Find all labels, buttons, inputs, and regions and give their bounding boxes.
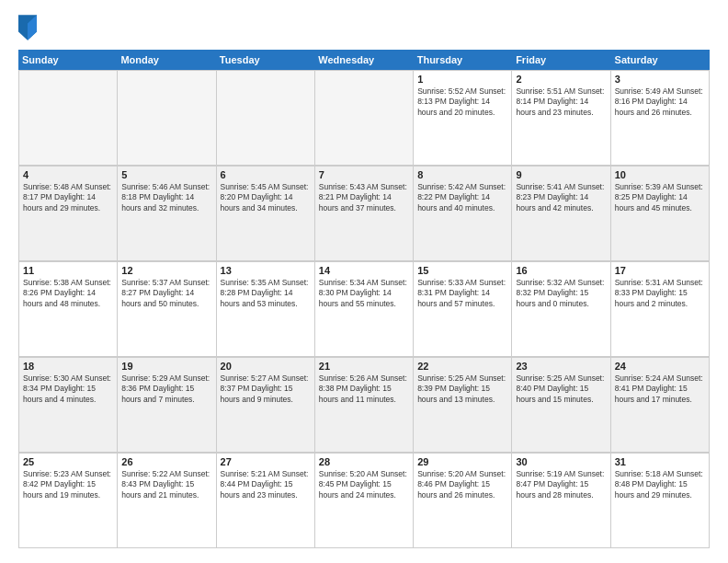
day-header-friday: Friday <box>512 50 610 70</box>
day-header-sunday: Sunday <box>18 50 117 70</box>
cell-info: Sunrise: 5:27 AM Sunset: 8:37 PM Dayligh… <box>221 373 311 405</box>
cal-cell: 24Sunrise: 5:24 AM Sunset: 8:41 PM Dayli… <box>611 358 710 453</box>
day-number: 20 <box>221 361 311 372</box>
calendar-body: 1Sunrise: 5:52 AM Sunset: 8:13 PM Daylig… <box>18 70 710 548</box>
cal-cell <box>217 71 315 166</box>
cal-cell <box>315 71 414 166</box>
cell-info: Sunrise: 5:49 AM Sunset: 8:16 PM Dayligh… <box>615 86 705 118</box>
cal-cell: 10Sunrise: 5:39 AM Sunset: 8:25 PM Dayli… <box>611 167 710 261</box>
cell-info: Sunrise: 5:38 AM Sunset: 8:26 PM Dayligh… <box>23 278 113 309</box>
cal-cell: 13Sunrise: 5:35 AM Sunset: 8:28 PM Dayli… <box>217 262 315 357</box>
cell-info: Sunrise: 5:32 AM Sunset: 8:32 PM Dayligh… <box>516 278 606 309</box>
cell-info: Sunrise: 5:20 AM Sunset: 8:46 PM Dayligh… <box>417 469 507 500</box>
day-number: 16 <box>516 265 606 276</box>
cal-cell: 25Sunrise: 5:23 AM Sunset: 8:42 PM Dayli… <box>19 454 118 548</box>
cell-info: Sunrise: 5:39 AM Sunset: 8:25 PM Dayligh… <box>615 182 705 213</box>
cell-info: Sunrise: 5:18 AM Sunset: 8:48 PM Dayligh… <box>615 469 705 500</box>
day-number: 24 <box>615 361 705 372</box>
week-row-2: 4Sunrise: 5:48 AM Sunset: 8:17 PM Daylig… <box>18 166 710 261</box>
cal-cell: 8Sunrise: 5:42 AM Sunset: 8:22 PM Daylig… <box>414 167 512 261</box>
cell-info: Sunrise: 5:48 AM Sunset: 8:17 PM Dayligh… <box>23 182 113 213</box>
cell-info: Sunrise: 5:33 AM Sunset: 8:31 PM Dayligh… <box>417 278 507 309</box>
logo <box>18 15 40 40</box>
day-header-thursday: Thursday <box>414 50 512 70</box>
cal-cell: 4Sunrise: 5:48 AM Sunset: 8:17 PM Daylig… <box>19 167 118 261</box>
cell-info: Sunrise: 5:42 AM Sunset: 8:22 PM Dayligh… <box>417 182 507 213</box>
day-number: 29 <box>417 456 507 467</box>
cal-cell: 7Sunrise: 5:43 AM Sunset: 8:21 PM Daylig… <box>315 167 414 261</box>
day-number: 21 <box>319 361 409 372</box>
day-number: 8 <box>417 169 507 180</box>
cal-cell: 31Sunrise: 5:18 AM Sunset: 8:48 PM Dayli… <box>611 454 710 548</box>
cal-cell <box>19 71 118 166</box>
cal-cell: 26Sunrise: 5:22 AM Sunset: 8:43 PM Dayli… <box>118 454 216 548</box>
cell-info: Sunrise: 5:19 AM Sunset: 8:47 PM Dayligh… <box>516 469 606 500</box>
day-number: 31 <box>615 456 705 467</box>
logo-icon <box>18 15 37 40</box>
cal-cell: 11Sunrise: 5:38 AM Sunset: 8:26 PM Dayli… <box>19 262 118 357</box>
cal-cell: 19Sunrise: 5:29 AM Sunset: 8:36 PM Dayli… <box>118 358 216 453</box>
day-number: 11 <box>23 265 113 276</box>
week-row-4: 18Sunrise: 5:30 AM Sunset: 8:34 PM Dayli… <box>18 357 710 453</box>
cal-cell: 14Sunrise: 5:34 AM Sunset: 8:30 PM Dayli… <box>315 262 414 357</box>
cell-info: Sunrise: 5:24 AM Sunset: 8:41 PM Dayligh… <box>615 373 705 405</box>
cell-info: Sunrise: 5:52 AM Sunset: 8:13 PM Dayligh… <box>417 86 507 118</box>
cal-cell: 5Sunrise: 5:46 AM Sunset: 8:18 PM Daylig… <box>118 167 216 261</box>
day-number: 13 <box>221 265 311 276</box>
cal-cell: 12Sunrise: 5:37 AM Sunset: 8:27 PM Dayli… <box>118 262 216 357</box>
week-row-1: 1Sunrise: 5:52 AM Sunset: 8:13 PM Daylig… <box>18 70 710 166</box>
cal-cell: 3Sunrise: 5:49 AM Sunset: 8:16 PM Daylig… <box>611 71 710 166</box>
cal-cell: 2Sunrise: 5:51 AM Sunset: 8:14 PM Daylig… <box>512 71 610 166</box>
cal-cell: 15Sunrise: 5:33 AM Sunset: 8:31 PM Dayli… <box>414 262 512 357</box>
day-number: 30 <box>516 456 606 467</box>
cal-cell: 28Sunrise: 5:20 AM Sunset: 8:45 PM Dayli… <box>315 454 414 548</box>
day-number: 12 <box>121 265 211 276</box>
day-header-tuesday: Tuesday <box>216 50 314 70</box>
day-number: 9 <box>516 169 606 180</box>
week-row-3: 11Sunrise: 5:38 AM Sunset: 8:26 PM Dayli… <box>18 261 710 357</box>
cal-cell: 29Sunrise: 5:20 AM Sunset: 8:46 PM Dayli… <box>414 454 512 548</box>
day-number: 7 <box>319 169 409 180</box>
day-number: 6 <box>221 169 311 180</box>
cal-cell: 22Sunrise: 5:25 AM Sunset: 8:39 PM Dayli… <box>414 358 512 453</box>
week-row-5: 25Sunrise: 5:23 AM Sunset: 8:42 PM Dayli… <box>18 453 710 548</box>
day-number: 28 <box>319 456 409 467</box>
cell-info: Sunrise: 5:23 AM Sunset: 8:42 PM Dayligh… <box>23 469 113 500</box>
cell-info: Sunrise: 5:22 AM Sunset: 8:43 PM Dayligh… <box>121 469 211 500</box>
cell-info: Sunrise: 5:29 AM Sunset: 8:36 PM Dayligh… <box>121 373 211 405</box>
cal-cell: 27Sunrise: 5:21 AM Sunset: 8:44 PM Dayli… <box>217 454 315 548</box>
cal-cell: 9Sunrise: 5:41 AM Sunset: 8:23 PM Daylig… <box>512 167 610 261</box>
cell-info: Sunrise: 5:26 AM Sunset: 8:38 PM Dayligh… <box>319 373 409 405</box>
day-number: 19 <box>121 361 211 372</box>
cell-info: Sunrise: 5:45 AM Sunset: 8:20 PM Dayligh… <box>221 182 311 213</box>
calendar: SundayMondayTuesdayWednesdayThursdayFrid… <box>18 50 710 548</box>
cal-cell: 16Sunrise: 5:32 AM Sunset: 8:32 PM Dayli… <box>512 262 610 357</box>
day-number: 5 <box>121 169 211 180</box>
day-number: 18 <box>23 361 113 372</box>
cell-info: Sunrise: 5:41 AM Sunset: 8:23 PM Dayligh… <box>516 182 606 213</box>
day-number: 27 <box>221 456 311 467</box>
cal-cell: 1Sunrise: 5:52 AM Sunset: 8:13 PM Daylig… <box>414 71 512 166</box>
cal-cell: 18Sunrise: 5:30 AM Sunset: 8:34 PM Dayli… <box>19 358 118 453</box>
cell-info: Sunrise: 5:25 AM Sunset: 8:40 PM Dayligh… <box>516 373 606 405</box>
calendar-header: SundayMondayTuesdayWednesdayThursdayFrid… <box>18 50 710 70</box>
cal-cell: 17Sunrise: 5:31 AM Sunset: 8:33 PM Dayli… <box>611 262 710 357</box>
cell-info: Sunrise: 5:37 AM Sunset: 8:27 PM Dayligh… <box>121 278 211 309</box>
cell-info: Sunrise: 5:43 AM Sunset: 8:21 PM Dayligh… <box>319 182 409 213</box>
cell-info: Sunrise: 5:21 AM Sunset: 8:44 PM Dayligh… <box>221 469 311 500</box>
day-number: 14 <box>319 265 409 276</box>
header <box>18 15 710 40</box>
cell-info: Sunrise: 5:35 AM Sunset: 8:28 PM Dayligh… <box>221 278 311 309</box>
day-number: 2 <box>516 74 606 85</box>
day-number: 17 <box>615 265 705 276</box>
day-number: 26 <box>121 456 211 467</box>
day-number: 10 <box>615 169 705 180</box>
day-number: 4 <box>23 169 113 180</box>
day-number: 25 <box>23 456 113 467</box>
cal-cell: 20Sunrise: 5:27 AM Sunset: 8:37 PM Dayli… <box>217 358 315 453</box>
cal-cell: 21Sunrise: 5:26 AM Sunset: 8:38 PM Dayli… <box>315 358 414 453</box>
cal-cell: 6Sunrise: 5:45 AM Sunset: 8:20 PM Daylig… <box>217 167 315 261</box>
cell-info: Sunrise: 5:46 AM Sunset: 8:18 PM Dayligh… <box>121 182 211 213</box>
day-header-saturday: Saturday <box>611 50 710 70</box>
day-number: 22 <box>417 361 507 372</box>
